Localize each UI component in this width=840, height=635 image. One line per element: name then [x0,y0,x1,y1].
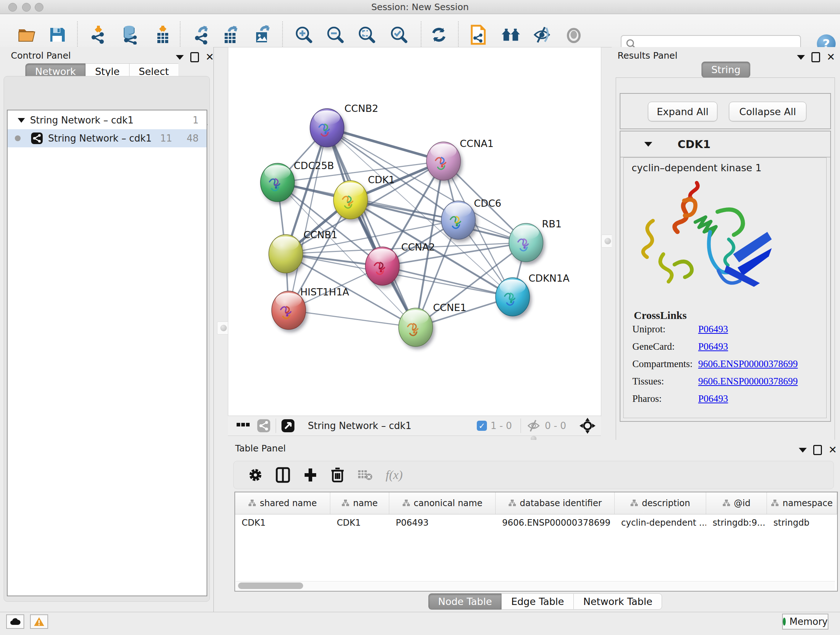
crosslink-label: Uniprot: [632,324,698,335]
status-bar: Memory [0,612,840,635]
control-panel-float-icon[interactable] [190,52,199,62]
export-table-icon[interactable] [221,25,240,44]
crosslink-link[interactable]: 9606.ENSP00000378699 [698,376,798,386]
show-all-eye-icon[interactable] [564,25,584,44]
table-cell[interactable]: CDK1 [330,514,389,532]
crosslink-link[interactable]: P06493 [698,393,728,404]
import-database-icon[interactable] [120,25,140,44]
warning-status-button[interactable] [30,614,48,629]
network-row-selected[interactable]: String Network – cdk1 11 48 [8,129,207,147]
node-ccna2[interactable] [365,247,399,285]
node-cdk1[interactable] [333,181,368,219]
share-document-icon[interactable] [469,25,488,44]
add-column-icon[interactable] [303,467,317,483]
table-tabs: Node TableEdge TableNetwork Table [428,593,662,610]
table-cell[interactable]: stringdb:9... [706,514,767,532]
node-ccna1[interactable] [426,142,461,180]
tab-node-table[interactable]: Node Table [428,593,501,610]
open-session-icon[interactable] [17,25,37,44]
network-canvas[interactable]: CCNB2CCNA1CDC25BCDK1CDC6RB1CCNB1CCNA2CDK… [228,47,601,416]
table-panel-menu-icon[interactable] [799,448,807,453]
main-toolbar: ? [0,14,840,48]
zoom-in-icon[interactable] [294,25,314,44]
refresh-layout-icon[interactable] [429,25,448,44]
column-header-description[interactable]: description [615,492,706,514]
node-ccnb2[interactable] [310,109,344,147]
edge-hist1h1a-ccne1[interactable] [289,310,416,327]
network-graph: CCNB2CCNA1CDC25BCDK1CDC6RB1CCNB1CCNA2CDK… [228,48,601,416]
save-session-icon[interactable] [47,25,67,44]
toolbar-separator [458,21,459,48]
hidden-eye-icon[interactable] [526,420,541,432]
node-ccnb1[interactable] [269,234,303,273]
string-results-container: Expand All Collapse All CDK1 cyclin–depe… [616,78,835,440]
results-panel-menu-icon[interactable] [797,55,805,60]
collection-count: 1 [193,115,199,126]
zoom-fit-icon[interactable] [357,25,377,44]
delete-column-icon[interactable] [331,467,344,483]
node-label-cdc6: CDC6 [474,198,501,209]
string-home-icon[interactable] [501,25,521,44]
tab-network-table[interactable]: Network Table [573,593,662,610]
table-hscrollbar [236,581,835,590]
import-table-icon[interactable] [153,25,172,44]
network-share-gray-icon[interactable] [257,419,271,432]
table-cell[interactable]: 9606.ENSP00000378699 [496,514,615,532]
edge-ccnb2-hist1h1a[interactable] [289,128,327,310]
table-cell[interactable]: P06493 [389,514,496,532]
table-panel-close-icon[interactable]: ✕ [829,445,837,455]
table-cell[interactable]: CDK1 [235,514,330,532]
hide-unselected-eye-icon[interactable] [532,25,552,44]
selected-checkbox-icon[interactable]: ✓ [477,421,487,431]
results-panel-float-icon[interactable] [812,52,820,62]
node-rb1[interactable] [509,223,543,262]
toolbar-separator [180,21,180,48]
network-collection-row[interactable]: String Network – cdk1 1 [8,111,207,129]
birds-eye-icon[interactable] [579,417,596,434]
node-cdc6[interactable] [441,201,475,239]
table-cell[interactable]: stringdb [767,514,837,532]
import-network-icon[interactable] [88,25,108,44]
table-panel-float-icon[interactable] [813,445,822,455]
crosslink-link[interactable]: P06493 [698,324,728,334]
column-header-name[interactable]: name [330,492,389,514]
hscrollbar-thumb[interactable] [238,583,303,589]
tree-expander-icon[interactable] [18,118,25,123]
table-row[interactable]: CDK1CDK1P064939606.ENSP00000378699cyclin… [235,514,837,532]
entry-description: cyclin–dependent kinase 1 [632,162,761,173]
table-gear-icon[interactable] [248,468,263,482]
node-ccne1[interactable] [399,308,433,347]
results-panel-close-icon[interactable]: ✕ [827,52,835,62]
table-cell[interactable]: cyclin-dependent ... [615,514,706,532]
column-header-shared-name[interactable]: shared name [235,492,330,514]
node-cdkn1a[interactable] [496,278,530,316]
detach-view-icon[interactable] [281,419,295,432]
tab-string[interactable]: String [701,62,750,78]
cloud-status-button[interactable] [6,614,24,629]
crosslink-link[interactable]: 9606.ENSP00000378699 [698,358,798,369]
export-network-icon[interactable] [192,25,212,44]
zoom-out-icon[interactable] [325,25,345,44]
export-image-icon[interactable] [253,25,272,44]
column-header-@id[interactable]: @id [706,492,767,514]
edge-ccnb2-ccna1[interactable] [327,128,444,161]
collapse-all-button[interactable]: Collapse All [729,102,806,121]
control-panel-close-icon[interactable]: ✕ [205,52,214,62]
result-entry-header[interactable]: CDK1 [621,131,830,157]
edge-ccna2-cdkn1a[interactable] [382,266,513,297]
select-columns-icon[interactable] [276,467,290,483]
function-builder-icon: f(x) [386,468,403,482]
node-cdc25b[interactable] [261,163,294,202]
column-header-namespace[interactable]: namespace [767,492,837,514]
result-entry-box: CDK1 cyclin–dependent kinase 1 [620,131,831,422]
expand-all-button[interactable]: Expand All [648,102,717,121]
crosslink-link[interactable]: P06493 [698,341,728,352]
control-panel-menu-icon[interactable] [176,55,184,60]
column-header-canonical-name[interactable]: canonical name [389,492,496,514]
memory-button[interactable]: Memory [782,614,829,630]
zoom-selected-icon[interactable] [389,25,409,44]
entry-collapse-icon[interactable] [644,142,652,147]
grid-view-icon[interactable] [237,423,249,429]
column-header-database-identifier[interactable]: database identifier [496,492,615,514]
tab-edge-table[interactable]: Edge Table [501,593,573,610]
